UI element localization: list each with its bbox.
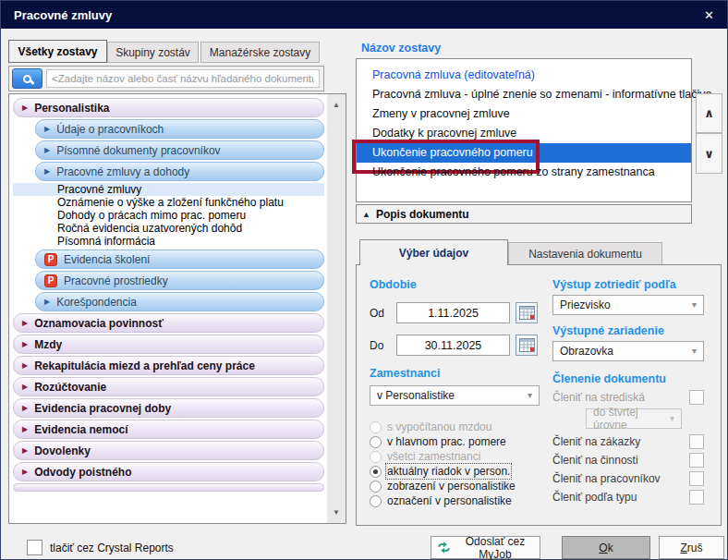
tree-item[interactable]: ▶ P Rekapitulácia miezd a prehľad ceny p… [9, 356, 326, 375]
checkbox-icon[interactable] [689, 490, 704, 505]
tree-item[interactable]: ▶ P Odvody poistného [9, 462, 326, 481]
tree-item[interactable]: ▶ P Údaje o pracovníkoch [9, 119, 326, 139]
radio-icon [370, 466, 382, 478]
report-list-item-label: Dodatky k pracovnej zmluve [372, 127, 516, 140]
report-group-tab[interactable]: Manažérske zostavy [200, 42, 320, 63]
tree-item-bar: ▶ P Ročná evidencia uzatvorených dohôd [13, 222, 324, 235]
tree-item[interactable]: ▶ P Personalistika [9, 98, 326, 117]
checkbox-icon[interactable] [689, 434, 704, 449]
tree-item-bar: ▶ P Písomná informácia [13, 235, 324, 248]
tab-vyber-udajov[interactable]: Výber údajov [359, 239, 508, 265]
tree-item[interactable]: ▶ P Oznámenie o výške a zložení funkčnéh… [9, 196, 326, 209]
output-device-select[interactable]: Obrazovka ▾ [552, 341, 704, 361]
tree-item[interactable]: ▶ P Korešpondencia [9, 292, 326, 311]
tree-item[interactable]: ▶ P Evidencia nemocí [9, 420, 326, 439]
combo-arrow-icon: ▾ [692, 346, 697, 356]
radio-option-label: v hlavnom prac. pomere [387, 435, 506, 448]
tree-item[interactable]: ▶ P Písomná informácia [9, 235, 326, 248]
document-structure-options: Členiť na strediská do štvrtej úrovne ▾ … [552, 389, 704, 505]
expand-arrow-icon: ▶ [22, 383, 28, 391]
expand-arrow-icon: ▶ [44, 168, 50, 176]
report-list-item[interactable]: Zmeny v pracovnej zmluve [357, 104, 691, 124]
title-bar[interactable]: Pracovné zmluvy ✕ [1, 1, 727, 29]
report-list-item[interactable]: Pracovná zmluva - úplné znenie so zmenam… [357, 85, 691, 104]
structure-option-label: Členiť na zákazky [552, 435, 640, 448]
document-description-toggle[interactable]: ▲ Popis dokumentu [356, 204, 692, 224]
panel-left-column: Obdobie Od Do [370, 278, 547, 508]
scroll-up-icon[interactable]: ▲ [327, 101, 346, 109]
ok-button[interactable]: Ok [562, 536, 650, 559]
tree-item[interactable]: ▶ P Oznamovacia povinnosť [9, 313, 326, 333]
structure-option-main: Členiť na strediská [552, 389, 704, 405]
window-title: Pracovné zmluvy [14, 8, 112, 22]
radio-option[interactable]: všetci zamestnanci [370, 449, 547, 464]
list-scroll-down-button[interactable]: ∨ [696, 133, 722, 174]
tree-item-label: Oznámenie o výške a zložení funkčného pl… [57, 196, 284, 209]
radio-option-label: zobrazení v personalistike [387, 480, 516, 493]
tree-item[interactable]: ▶ P Evidencia pracovnej doby [9, 398, 326, 418]
radio-option-label: s vypočítanou mzdou [387, 420, 491, 433]
tree-item[interactable]: ▶ P Pracovné prostriedky [9, 271, 326, 290]
list-scroll-up-button[interactable]: ∧ [696, 93, 722, 133]
radio-icon [370, 421, 382, 433]
date-from-calendar-button[interactable] [516, 302, 538, 323]
send-via-myjob-button[interactable]: Odoslať cez MyJob [431, 536, 540, 559]
report-group-tab[interactable]: Všetky zostavy [8, 40, 107, 63]
sort-value: Priezvisko [560, 298, 611, 311]
search-input[interactable] [46, 69, 320, 88]
checkbox-icon[interactable] [689, 471, 704, 486]
structure-option-main: Členiť na činnosti [552, 452, 704, 468]
date-to-calendar-button[interactable] [516, 335, 538, 356]
tree-item-label: Dohody o prácach mimo prac. pomeru [57, 209, 246, 222]
tree-item[interactable]: ▶ P Rozúčtovanie [9, 377, 326, 396]
tree-item[interactable]: ▶ P Mzdy [9, 335, 326, 354]
tree-scrollbar[interactable]: ▲ ▼ [327, 94, 346, 523]
structure-option-label: Členiť na činnosti [552, 454, 638, 467]
tree-item-bar: ▶ P Dovolenky [13, 441, 324, 460]
tree-item[interactable]: ▶ P Pracovné zmluvy [9, 183, 326, 196]
employees-source-select[interactable]: v Personalistike ▾ [370, 385, 540, 406]
report-list-item-label: Ukončenie pracovného pomeru zo strany za… [372, 165, 655, 178]
scroll-down-icon[interactable]: ▼ [327, 508, 346, 517]
tree-item[interactable]: ▶ P Dovolenky [9, 441, 326, 460]
expand-arrow-icon: ▶ [44, 298, 50, 306]
expand-arrow-icon: ▶ [22, 104, 28, 112]
tree-item[interactable]: ▶ P Evidencia školení [9, 250, 326, 269]
tree-item-label: Evidencia nemocí [34, 423, 127, 436]
structure-level-select[interactable]: do štvrtej úrovne ▾ [586, 408, 682, 429]
tree-item-label: Písomná informácia [57, 235, 155, 248]
date-to-input[interactable] [396, 335, 510, 356]
tree-item-bar: ▶ P Pracovné zmluvy [13, 183, 324, 196]
report-list-item[interactable]: Dodatky k pracovnej zmluve [357, 124, 691, 143]
cancel-button[interactable]: Zruš [659, 536, 724, 559]
tree-item[interactable]: ▶ P Dohody o prácach mimo prac. pomeru [9, 209, 326, 222]
tree-item[interactable]: ▶ P [9, 483, 326, 492]
radio-option[interactable]: označení v personalistike [370, 493, 547, 508]
checkbox-icon[interactable] [689, 390, 704, 405]
report-list-item-label: Pracovná zmluva - úplné znenie so zmenam… [372, 88, 712, 101]
radio-option[interactable]: v hlavnom prac. pomere [370, 434, 547, 449]
report-list-item[interactable]: Ukončenie pracovného pomeru zo strany za… [357, 163, 691, 182]
close-icon[interactable]: ✕ [704, 1, 714, 29]
tab-nastavenia-dokumentu[interactable]: Nastavenia dokumentu [508, 242, 662, 265]
tree-item[interactable]: ▶ P Písomné dokumenty pracovníkov [9, 140, 326, 160]
radio-option[interactable]: aktuálny riadok v person. [370, 464, 547, 479]
date-from-input[interactable] [396, 302, 510, 323]
crystal-reports-checkbox[interactable] [27, 540, 42, 555]
report-list-item-label: Zmeny v pracovnej zmluve [372, 107, 510, 120]
search-button[interactable] [12, 68, 42, 89]
tree-item-label: Rozúčtovanie [34, 381, 106, 394]
radio-option[interactable]: s vypočítanou mzdou [370, 420, 547, 434]
report-list-item[interactable]: Ukončenie pracovného pomeru [357, 143, 691, 163]
tree-item[interactable]: ▶ P Pracovné zmluvy a dohody [9, 162, 326, 181]
tree-item[interactable]: ▶ P Ročná evidencia uzatvorených dohôd [9, 222, 326, 235]
tree-item-label: Personalistika [34, 102, 109, 115]
employee-filter-radios: s vypočítanou mzdou v hlavnom prac. pome… [370, 420, 547, 508]
structure-option-label: Členiť na pracovníkov [552, 472, 661, 485]
report-list-item[interactable]: Pracovná zmluva (editovateľná) [357, 66, 691, 85]
radio-option[interactable]: zobrazení v personalistike [370, 479, 547, 493]
report-group-tab[interactable]: Skupiny zostáv [107, 42, 199, 63]
expand-arrow-icon: ▶ [22, 469, 28, 476]
checkbox-icon[interactable] [689, 453, 704, 468]
sort-select[interactable]: Priezvisko ▾ [552, 295, 704, 315]
